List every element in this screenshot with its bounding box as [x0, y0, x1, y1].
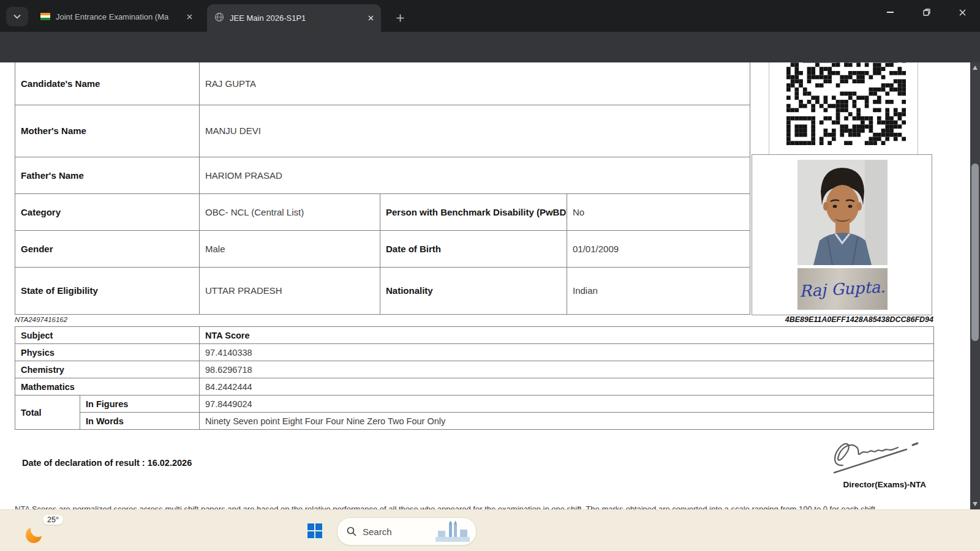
- table-row: Gender Male Date of Birth 01/01/2009: [15, 230, 750, 267]
- tab-result-view[interactable]: JEE Main 2026-S1P1: [207, 4, 381, 32]
- tab-jee-portal[interactable]: Joint Entrance Examination (Ma: [33, 5, 200, 28]
- application-number: NTA2497416162: [15, 316, 67, 323]
- close-icon: [959, 9, 966, 16]
- globe-favicon: [214, 12, 224, 24]
- table-row: In Words Ninety Seven point Eight Four F…: [15, 413, 934, 430]
- disclaimer-text: NTA Scores are normalized scores across …: [15, 504, 961, 509]
- window-maximize-button[interactable]: [913, 0, 941, 24]
- india-flag-favicon: [40, 13, 50, 20]
- weather-temp: 25°: [43, 515, 63, 525]
- scrollbar[interactable]: [970, 62, 980, 509]
- table-row: Mother's Name MANJU DEVI: [15, 105, 750, 157]
- result-page: Candidate's Name RAJ GUPTA Mother's Name…: [0, 62, 980, 509]
- checksum-code: 4BE89E11A0EFF1428A85438DCC86FD94: [785, 315, 933, 324]
- tab-search-button[interactable]: [6, 7, 28, 26]
- table-row: State of Eligibility UTTAR PRADESH Natio…: [15, 267, 750, 314]
- windows-taskbar: 25° Search: [0, 509, 980, 551]
- candidate-details-table: Candidate's Name RAJ GUPTA Mother's Name…: [15, 62, 750, 315]
- chevron-down-icon: [13, 14, 21, 19]
- search-icon: [347, 527, 356, 536]
- search-highlight-image: [435, 521, 470, 542]
- table-row: Chemistry 98.6296718: [15, 361, 934, 378]
- candidate-signature: Raj Gupta.: [797, 268, 888, 310]
- window-close-button[interactable]: [948, 0, 976, 24]
- declaration-date: Date of declaration of result : 16.02.20…: [22, 458, 192, 468]
- scrollbar-thumb[interactable]: [971, 163, 979, 341]
- tab-close-icon[interactable]: [184, 11, 195, 22]
- table-row: Physics 97.4140338: [15, 344, 934, 361]
- director-label: Director(Exams)-NTA: [833, 480, 926, 489]
- new-tab-button[interactable]: [392, 10, 408, 26]
- candidate-photo: [797, 160, 888, 265]
- taskbar-search[interactable]: Search: [337, 517, 477, 545]
- weather-widget[interactable]: 25°: [22, 515, 69, 547]
- minimize-icon: [887, 12, 894, 13]
- candidate-photo-container: Raj Gupta.: [752, 154, 932, 315]
- browser-tab-strip: Joint Entrance Examination (Ma JEE Main …: [0, 0, 980, 32]
- qr-code-container: [769, 62, 918, 155]
- scroll-down-arrow[interactable]: [973, 502, 978, 506]
- tab-close-icon[interactable]: [365, 13, 376, 24]
- tab-title: JEE Main 2026-S1P1: [230, 13, 360, 23]
- nta-score-table: Subject NTA Score Physics 97.4140338 Che…: [15, 326, 934, 430]
- window-minimize-button[interactable]: [876, 0, 904, 24]
- start-button[interactable]: [305, 521, 325, 541]
- restore-icon: [923, 9, 930, 16]
- tab-title: Joint Entrance Examination (Ma: [56, 12, 179, 21]
- table-row: Candidate's Name RAJ GUPTA: [15, 62, 750, 105]
- search-placeholder: Search: [363, 527, 435, 537]
- signature-text: Raj Gupta.: [799, 277, 886, 300]
- qr-code: [786, 62, 906, 145]
- plus-icon: [396, 14, 404, 22]
- director-signature-icon: [821, 430, 925, 479]
- table-row: Category OBC- NCL (Central List) Person …: [15, 193, 750, 230]
- weather-icon: [23, 523, 48, 544]
- scroll-up-arrow[interactable]: [973, 66, 978, 70]
- browser-toolbar: examinationservices.nic.in/ResultoServic…: [0, 32, 980, 62]
- screen: Joint Entrance Examination (Ma JEE Main …: [0, 0, 980, 551]
- table-row: Mathematics 84.2442444: [15, 378, 934, 395]
- table-row: Subject NTA Score: [15, 327, 934, 344]
- table-row: Total In Figures 97.8449024: [15, 395, 934, 413]
- table-row: Father's Name HARIOM PRASAD: [15, 157, 750, 193]
- windows-logo-icon: [307, 523, 322, 538]
